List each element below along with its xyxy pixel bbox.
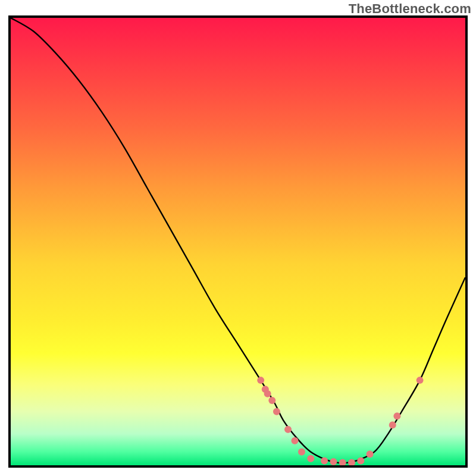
curve-marker	[393, 412, 400, 419]
curve-marker	[321, 457, 328, 464]
curve-markers	[257, 377, 423, 465]
plot-area	[8, 15, 468, 468]
curve-marker	[307, 455, 314, 462]
curve-marker	[257, 377, 264, 384]
bottleneck-curve	[11, 18, 465, 463]
curve-marker	[268, 397, 275, 404]
curve-marker	[357, 457, 364, 464]
curve-marker	[284, 426, 292, 433]
curve-marker	[264, 390, 271, 397]
curve-marker	[298, 448, 305, 455]
curve-marker	[389, 421, 396, 428]
curve-marker	[339, 459, 346, 465]
curve-marker	[367, 450, 374, 458]
curve-marker	[292, 437, 299, 444]
curve-marker	[416, 377, 424, 384]
curve-layer	[11, 18, 465, 465]
curve-marker	[348, 459, 355, 465]
curve-marker	[330, 458, 337, 465]
curve-marker	[273, 408, 280, 415]
watermark-text: TheBottleneck.com	[349, 1, 471, 17]
chart-frame: TheBottleneck.com	[0, 0, 476, 476]
